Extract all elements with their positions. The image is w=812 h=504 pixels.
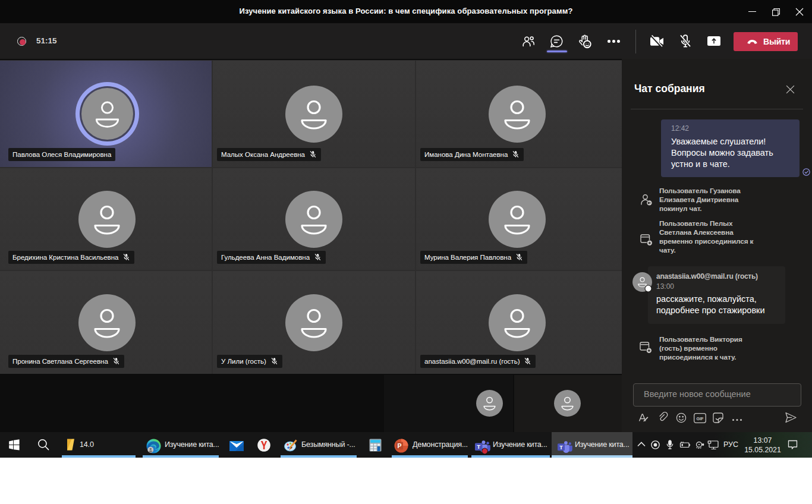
svg-text:T: T: [477, 443, 480, 450]
svg-text:P: P: [397, 442, 401, 449]
svg-text:T: T: [559, 445, 563, 451]
svg-text:GIF: GIF: [697, 416, 704, 421]
